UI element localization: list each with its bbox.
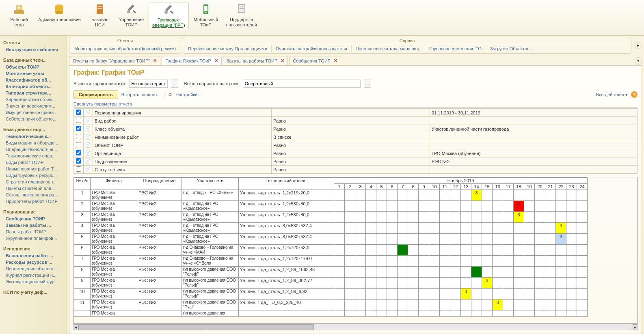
sidebar-item[interactable]: Приоритеты работ ТОИР — [0, 198, 67, 205]
schedule-cell[interactable] — [524, 278, 535, 289]
schedule-row[interactable]: 6ГРО Москва (обучение)РЭС №2г-д Очаково … — [74, 245, 588, 256]
schedule-cell[interactable] — [408, 267, 419, 278]
schedule-cell[interactable] — [493, 256, 503, 267]
sidebar-item[interactable]: Расходы ресурсов ... — [0, 259, 67, 265]
sidebar-item[interactable]: Заказы на работы ... — [0, 222, 67, 228]
schedule-cell[interactable] — [566, 223, 577, 234]
schedule-cell[interactable] — [556, 245, 566, 256]
schedule-cell[interactable] — [514, 256, 524, 267]
schedule-cell[interactable] — [471, 310, 482, 317]
schedule-cell[interactable] — [461, 300, 471, 310]
sidebar-item[interactable]: Инструкции и шаблоны — [0, 46, 67, 53]
schedule-cell[interactable] — [355, 223, 366, 234]
schedule-cell[interactable] — [366, 267, 376, 278]
schedule-cell[interactable] — [471, 278, 482, 289]
schedule-cell[interactable] — [524, 201, 535, 212]
schedule-cell[interactable] — [440, 278, 450, 289]
sidebar-item[interactable]: Категории объекто... — [0, 83, 67, 90]
sidebar-item[interactable]: Объекты ТОИР — [0, 64, 67, 70]
schedule-cell[interactable] — [493, 223, 503, 234]
schedule-cell[interactable] — [334, 300, 345, 310]
schedule-cell[interactable] — [461, 234, 471, 245]
sidebar-item[interactable]: Виды работ ТОИР — [0, 159, 67, 166]
schedule-cell[interactable] — [355, 201, 366, 212]
schedule-cell[interactable] — [398, 278, 408, 289]
schedule-cell[interactable] — [493, 289, 503, 300]
schedule-cell[interactable]: 3 — [482, 278, 493, 289]
schedule-cell[interactable] — [493, 267, 503, 278]
schedule-cell[interactable] — [545, 212, 556, 223]
sidebar-item[interactable]: Монтажные узлы — [0, 70, 67, 77]
schedule-cell[interactable] — [566, 256, 577, 267]
schedule-cell[interactable] — [408, 212, 419, 223]
schedule-cell[interactable] — [566, 267, 577, 278]
schedule-cell[interactable] — [387, 245, 398, 256]
schedule-cell[interactable] — [355, 300, 366, 310]
schedule-cell[interactable] — [482, 256, 493, 267]
schedule-cell[interactable] — [440, 223, 450, 234]
schedule-cell[interactable]: 3 — [493, 300, 503, 310]
schedule-cell[interactable] — [535, 256, 545, 267]
sidebar-item[interactable]: Журнал регистрации н... — [0, 272, 67, 278]
schedule-cell[interactable] — [345, 256, 355, 267]
schedule-cell[interactable] — [450, 212, 461, 223]
schedule-cell[interactable] — [482, 190, 493, 201]
sidebar-item[interactable]: Значения перечислим... — [0, 103, 67, 109]
schedule-cell[interactable]: 3 — [461, 289, 471, 300]
schedule-cell[interactable] — [419, 201, 429, 212]
schedule-cell[interactable] — [345, 212, 355, 223]
schedule-cell[interactable] — [493, 310, 503, 317]
param-row[interactable]: 📄Орг единицаРавноГРО Москва (обучение) — [74, 149, 638, 157]
schedule-cell[interactable] — [461, 190, 471, 201]
schedule-cell[interactable] — [482, 245, 493, 256]
schedule-cell[interactable] — [471, 300, 482, 310]
ribbon-button[interactable]: Групповое изменение ТО — [425, 45, 486, 52]
schedule-cell[interactable] — [566, 190, 577, 201]
schedule-cell[interactable] — [514, 267, 524, 278]
schedule-cell[interactable] — [334, 201, 345, 212]
schedule-row[interactable]: 10ГРО Москва (обучение)РЭС №2г\п высоког… — [74, 289, 588, 300]
toolbar-support-button[interactable]: Поддержкапользователей — [223, 2, 260, 28]
schedule-cell[interactable] — [503, 245, 514, 256]
schedule-cell[interactable] — [493, 278, 503, 289]
schedule-cell[interactable] — [408, 300, 419, 310]
schedule-cell[interactable] — [440, 234, 450, 245]
schedule-cell[interactable] — [556, 278, 566, 289]
schedule-cell[interactable] — [566, 212, 577, 223]
schedule-cell[interactable] — [398, 190, 408, 201]
horizontal-scrollbar[interactable]: ◂ ▸ — [73, 324, 638, 330]
schedule-cell[interactable] — [556, 256, 566, 267]
schedule-cell[interactable] — [535, 245, 545, 256]
schedule-cell[interactable] — [376, 300, 387, 310]
schedule-row[interactable]: 4ГРО Москва (обучение)РЭС №2г-д – отвод … — [74, 223, 588, 234]
schedule-cell[interactable] — [503, 212, 514, 223]
schedule-cell[interactable] — [376, 267, 387, 278]
schedule-cell[interactable] — [461, 223, 471, 234]
schedule-cell[interactable] — [387, 278, 398, 289]
select-variant-link[interactable]: Выбрать вариант... — [121, 92, 161, 97]
schedule-cell[interactable] — [566, 289, 577, 300]
generate-button[interactable]: Сформировать — [73, 90, 118, 99]
schedule-cell[interactable] — [355, 256, 366, 267]
schedule-cell[interactable] — [493, 201, 503, 212]
close-icon[interactable]: ✕ — [334, 58, 337, 63]
schedule-cell[interactable] — [535, 310, 545, 317]
schedule-cell[interactable] — [355, 190, 366, 201]
sidebar-item[interactable]: Собственники объекто... — [0, 116, 67, 122]
sidebar-item[interactable]: Стратегии планирован... — [0, 179, 67, 185]
schedule-cell[interactable] — [471, 289, 482, 300]
schedule-cell[interactable] — [355, 245, 366, 256]
schedule-cell[interactable] — [482, 267, 493, 278]
schedule-cell[interactable] — [503, 190, 514, 201]
param-row[interactable]: 📄ПодразделениеРавноРЭС №2 — [74, 157, 638, 166]
schedule-cell[interactable] — [419, 289, 429, 300]
schedule-cell[interactable] — [408, 310, 419, 317]
schedule-cell[interactable] — [408, 245, 419, 256]
schedule-cell[interactable] — [345, 289, 355, 300]
schedule-cell[interactable] — [355, 234, 366, 245]
schedule-cell[interactable] — [440, 190, 450, 201]
schedule-cell[interactable] — [345, 267, 355, 278]
schedule-cell[interactable] — [577, 267, 588, 278]
schedule-cell[interactable] — [440, 201, 450, 212]
schedule-cell[interactable] — [514, 223, 524, 234]
